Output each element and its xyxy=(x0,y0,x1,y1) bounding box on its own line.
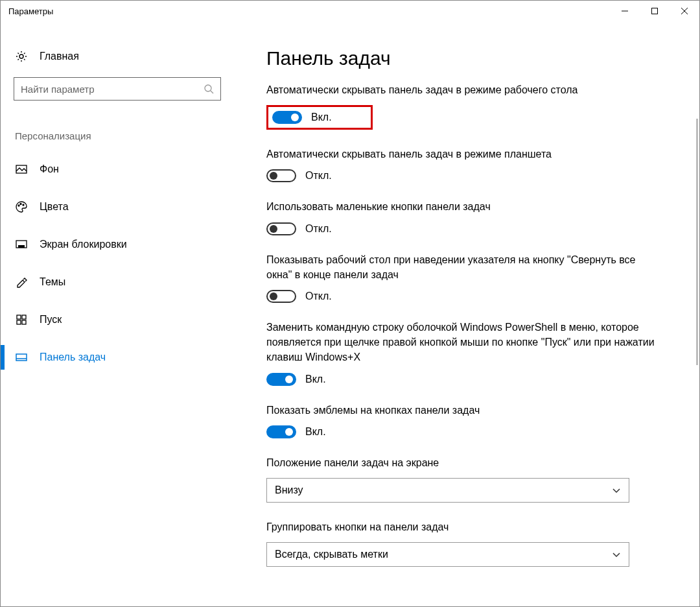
svg-line-6 xyxy=(211,91,213,93)
sidebar-item-taskbar[interactable]: Панель задач xyxy=(14,339,221,376)
palette-icon xyxy=(15,200,28,213)
search-icon xyxy=(204,84,214,94)
window-title: Параметры xyxy=(8,6,53,16)
select-combine[interactable]: Всегда, скрывать метки xyxy=(266,542,629,567)
sidebar: Главная Персонализация Фон xyxy=(1,21,234,606)
scrollbar[interactable] xyxy=(696,119,698,365)
setting-label: Использовать маленькие кнопки панели зад… xyxy=(266,199,658,214)
home-label: Главная xyxy=(40,51,79,62)
sidebar-item-label: Фон xyxy=(40,163,59,175)
svg-point-9 xyxy=(20,204,21,205)
setting-label: Группировать кнопки на панели задач xyxy=(266,519,658,534)
page-title: Панель задач xyxy=(266,47,658,69)
toggle-badges[interactable] xyxy=(266,425,296,438)
sidebar-item-lockscreen[interactable]: Экран блокировки xyxy=(14,226,221,263)
picture-icon xyxy=(15,163,28,176)
toggle-state-text: Вкл. xyxy=(311,112,332,123)
toggle-state-text: Вкл. xyxy=(305,426,326,438)
start-icon xyxy=(15,313,28,326)
sidebar-item-themes[interactable]: Темы xyxy=(14,263,221,301)
toggle-small-buttons[interactable] xyxy=(266,222,296,235)
svg-rect-1 xyxy=(652,8,658,14)
svg-point-8 xyxy=(18,205,19,206)
svg-point-10 xyxy=(23,204,24,206)
setting-badges: Показать эмблемы на кнопках панели задач… xyxy=(266,403,658,438)
gear-icon xyxy=(15,50,28,63)
setting-combine: Группировать кнопки на панели задач Всег… xyxy=(266,519,658,567)
toggle-autohide-tablet[interactable] xyxy=(266,169,296,182)
svg-rect-14 xyxy=(22,315,26,319)
minimize-button[interactable] xyxy=(610,1,640,21)
group-header: Персонализация xyxy=(14,130,221,141)
svg-rect-15 xyxy=(17,320,21,324)
main-panel: Панель задач Автоматически скрывать пане… xyxy=(234,21,699,606)
svg-point-5 xyxy=(205,85,211,91)
setting-small-buttons: Использовать маленькие кнопки панели зад… xyxy=(266,199,658,235)
sidebar-item-label: Темы xyxy=(40,276,65,288)
sidebar-item-label: Экран блокировки xyxy=(40,239,127,250)
setting-position: Положение панели задач на экране Внизу xyxy=(266,455,658,503)
search-box[interactable] xyxy=(14,77,221,101)
toggle-state-text: Откл. xyxy=(305,291,332,302)
window-controls xyxy=(610,1,699,21)
setting-label: Автоматически скрывать панель задач в ре… xyxy=(266,147,658,161)
sidebar-item-label: Пуск xyxy=(40,314,62,326)
toggle-state-text: Вкл. xyxy=(305,374,326,385)
sidebar-item-label: Цвета xyxy=(40,201,69,213)
select-position[interactable]: Внизу xyxy=(266,478,629,503)
sidebar-item-colors[interactable]: Цвета xyxy=(14,188,221,226)
highlight-box: Вкл. xyxy=(266,105,373,130)
lockscreen-icon xyxy=(15,238,28,251)
svg-point-4 xyxy=(19,54,23,58)
sidebar-item-start[interactable]: Пуск xyxy=(14,301,221,339)
taskbar-icon xyxy=(15,351,28,364)
svg-rect-17 xyxy=(16,354,27,361)
setting-autohide-tablet: Автоматически скрывать панель задач в ре… xyxy=(266,147,658,182)
setting-autohide-desktop: Автоматически скрывать панель задач в ре… xyxy=(266,82,658,130)
setting-label: Положение панели задач на экране xyxy=(266,455,658,470)
home-link[interactable]: Главная xyxy=(14,50,221,77)
toggle-state-text: Откл. xyxy=(305,223,332,235)
themes-icon xyxy=(15,276,28,289)
svg-rect-12 xyxy=(18,245,25,248)
chevron-down-icon xyxy=(612,486,621,495)
setting-label: Показывать рабочий стол при наведении ук… xyxy=(266,252,658,282)
toggle-powershell[interactable] xyxy=(266,373,296,386)
close-button[interactable] xyxy=(670,1,699,21)
maximize-button[interactable] xyxy=(640,1,670,21)
select-value: Внизу xyxy=(275,484,303,496)
toggle-peek-desktop[interactable] xyxy=(266,290,296,303)
select-value: Всегда, скрывать метки xyxy=(275,549,388,560)
titlebar: Параметры xyxy=(1,1,699,21)
toggle-state-text: Откл. xyxy=(305,170,332,182)
setting-label: Заменить командную строку оболочкой Wind… xyxy=(266,320,658,365)
setting-label: Показать эмблемы на кнопках панели задач xyxy=(266,403,658,418)
svg-rect-16 xyxy=(22,320,26,324)
chevron-down-icon xyxy=(612,550,621,559)
toggle-autohide-desktop[interactable] xyxy=(272,111,302,124)
svg-rect-13 xyxy=(17,315,21,319)
sidebar-item-background[interactable]: Фон xyxy=(14,150,221,188)
setting-peek-desktop: Показывать рабочий стол при наведении ук… xyxy=(266,252,658,303)
setting-powershell: Заменить командную строку оболочкой Wind… xyxy=(266,320,658,386)
nav-list: Фон Цвета Экран блокировки xyxy=(14,150,221,376)
setting-label: Автоматически скрывать панель задач в ре… xyxy=(266,82,658,97)
search-input[interactable] xyxy=(21,84,204,95)
sidebar-item-label: Панель задач xyxy=(40,351,106,363)
